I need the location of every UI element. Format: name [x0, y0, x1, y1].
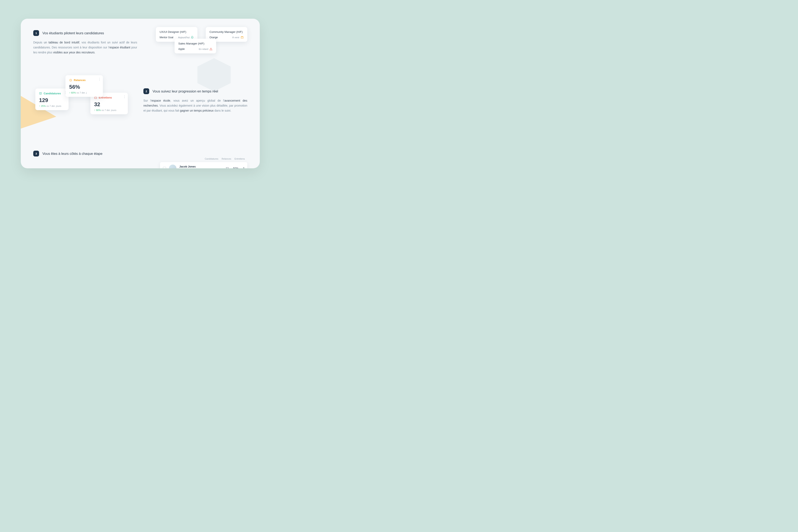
job-company: Orange — [209, 36, 218, 39]
student-table: Candidatures Relances Entretiens Jacob J… — [160, 157, 247, 168]
row-checkbox[interactable] — [163, 167, 166, 169]
bell-icon — [191, 36, 194, 39]
svg-rect-2 — [95, 97, 97, 99]
section-1-title: Vos étudiants pilotent leurs candidature… — [42, 31, 104, 35]
student-name: Jacob Jones — [179, 165, 223, 168]
th-relances: Relances — [222, 157, 231, 160]
section-1-badge: 1 — [33, 30, 39, 36]
clock-icon — [69, 79, 72, 82]
th-candidatures: Candidatures — [205, 157, 218, 160]
th-entretiens: Entretiens — [234, 157, 245, 160]
stat-value: 129 — [39, 97, 65, 103]
job-status: À venir — [232, 36, 244, 39]
avatar — [169, 165, 176, 168]
stat-card-candidatures[interactable]: ⋮ Candidatures 129 ↑ 25% vs 7 der. jours — [35, 89, 69, 110]
section-2: 2 Vous suivez leur progression en temps … — [144, 88, 247, 113]
book-icon — [39, 92, 42, 95]
stat-delta: ↑ 90% vs 7 der. jours — [94, 109, 124, 111]
job-title: UX/UI Designer (H/F) — [159, 30, 194, 34]
job-status: En retard — [199, 48, 212, 51]
section-2-badge: 2 — [144, 88, 149, 94]
section-3-badge: 3 — [33, 151, 39, 156]
job-card-sales[interactable]: Sales Manager (H/F) Apple En retard — [174, 39, 216, 53]
stat-label: Relances — [74, 79, 86, 82]
more-icon[interactable]: ⋮ — [98, 77, 101, 81]
section-1: 1 Vos étudiants pilotent leurs candidatu… — [33, 30, 137, 55]
section-3: 3 Vous êtes à leurs côtés à chaque étape — [33, 151, 137, 160]
row-val-relances: 50% — [233, 167, 239, 168]
stat-label: Candidatures — [44, 92, 61, 95]
section-1-description: Depuis un tableau de bord intuitif, vos … — [33, 40, 137, 55]
section-2-title: Vous suivez leur progression en temps ré… — [153, 89, 218, 93]
more-icon[interactable]: ⋮ — [123, 95, 126, 99]
stat-card-relances[interactable]: ⋮ Relances 56% ↑ 60% vs 7 der. j — [65, 75, 103, 97]
section-3-title: Vous êtes à leurs côtés à chaque étape — [42, 152, 102, 156]
row-val-entretiens: 3 — [243, 167, 244, 168]
section-2-description: Sur l'espace école, vous avez un aperçu … — [144, 98, 247, 113]
stat-value: 32 — [94, 101, 124, 108]
warning-icon — [209, 48, 212, 51]
hexagon-decoration — [197, 58, 231, 92]
table-row[interactable]: Jacob Jones À placer 12 50% 3 — [160, 162, 247, 168]
stat-value: 56% — [69, 84, 99, 90]
job-title: Community Manager (H/F) — [209, 30, 244, 34]
stat-delta: ↑ 60% vs 7 der. j — [69, 92, 99, 94]
calendar-icon — [241, 36, 244, 39]
row-val-candidatures: 12 — [226, 167, 229, 168]
job-status: Aujourd'hui — [178, 36, 194, 39]
table-headers: Candidatures Relances Entretiens — [160, 157, 247, 162]
job-company: Mentor Goal — [159, 36, 173, 39]
job-title: Sales Manager (H/F) — [178, 42, 212, 45]
stat-delta: ↑ 25% vs 7 der. jours — [39, 105, 65, 107]
job-company: Apple — [178, 48, 185, 51]
svg-rect-0 — [241, 37, 243, 38]
